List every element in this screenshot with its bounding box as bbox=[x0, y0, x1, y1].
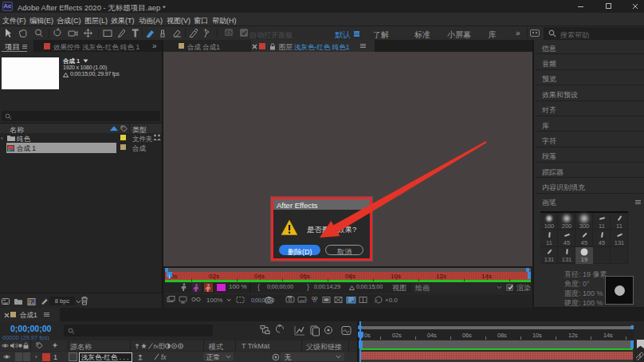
svg-text:100%: 100% bbox=[206, 297, 222, 304]
svg-text:+0.0: +0.0 bbox=[385, 297, 398, 304]
svg-text:T: T bbox=[132, 28, 139, 39]
svg-text:fx: fx bbox=[154, 343, 159, 350]
